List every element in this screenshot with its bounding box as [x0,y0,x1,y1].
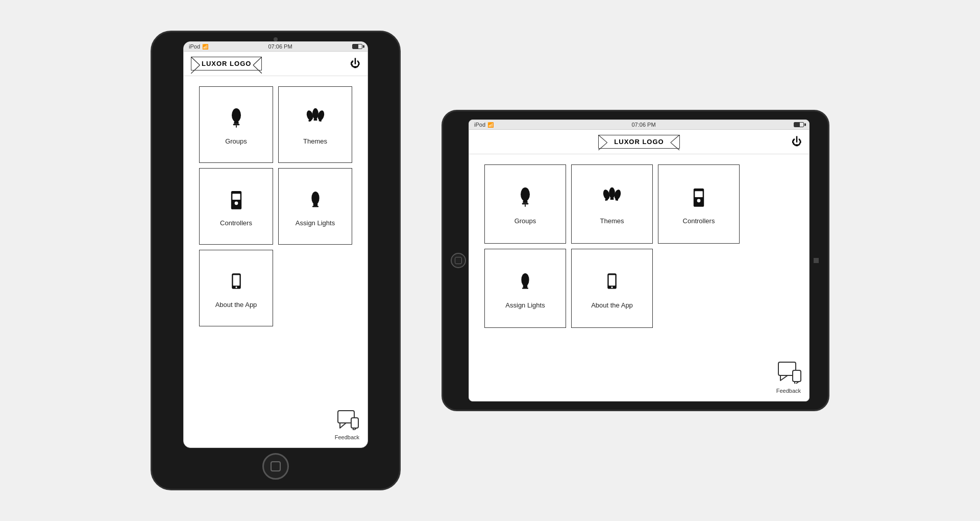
tablet-right-dot [814,258,819,263]
svg-rect-40 [610,198,614,200]
tablet-time: 07:06 PM [631,122,655,128]
phone-device-name: iPod [189,43,200,50]
t-bulb-multi-svg [601,186,623,211]
phone-groups-icon [227,105,246,133]
tablet-power-button[interactable]: ⏻ [792,136,802,148]
t-controller-svg [690,186,707,211]
phone-tile-about[interactable]: About the App [199,250,273,326]
phone-tile-themes[interactable]: Themes [278,86,352,163]
tablet-status-bar: iPod 📶 07:06 PM [469,120,809,130]
tablet-tile-about[interactable]: About the App [571,249,653,328]
phone-app-header: LUXOR LOGO ⏻ [184,52,368,76]
phone-tile-controllers[interactable]: Controllers [199,168,273,245]
svg-rect-6 [233,124,239,125]
phone-themes-icon [305,105,326,133]
phone-feedback-label: Feedback [335,434,359,440]
phone-grid-row-3: About the App [199,250,352,326]
tablet-about-icon [604,269,620,297]
tablet-tile-groups[interactable]: Groups [484,164,566,244]
svg-rect-5 [234,122,238,124]
svg-rect-34 [522,203,529,205]
tablet-logo-text: LUXOR LOGO [614,138,664,146]
phone-groups-label: Groups [225,137,247,145]
svg-line-1 [191,65,200,74]
phone-power-button[interactable]: ⏻ [350,58,360,69]
t-bulb-group-svg [516,186,534,211]
svg-rect-26 [351,418,358,428]
tablet-tile-themes[interactable]: Themes [571,164,653,244]
phone-feedback-button[interactable]: Feedback [335,410,359,440]
t-phone-icon-svg [604,271,620,295]
tablet-assign-lights-icon [517,269,534,297]
phone-controllers-label: Controllers [220,219,252,227]
svg-line-2 [253,57,262,65]
ipad-tablet-device: iPod 📶 07:06 PM LUXOR LOGO [442,110,829,411]
tablet-controllers-icon [690,185,707,213]
svg-line-30 [671,135,680,143]
svg-rect-54 [793,370,801,382]
svg-line-29 [598,143,607,150]
phone-status-bar: iPod 📶 07:06 PM [184,42,368,52]
svg-point-18 [311,191,319,204]
tablet-app-header: LUXOR LOGO ⏻ [469,130,809,154]
bulb-group-svg [227,107,246,132]
tablet-home-button-inner [455,257,462,264]
svg-rect-17 [235,202,237,204]
svg-line-3 [253,65,262,74]
tablet-tile-controllers[interactable]: Controllers [658,164,740,244]
tablet-about-label: About the App [591,301,633,309]
phone-tile-groups[interactable]: Groups [199,86,273,163]
phone-home-button[interactable] [262,453,289,480]
bulb-multi-svg [305,107,326,132]
phone-controllers-icon [228,187,245,215]
phone-home-button-inner [271,461,281,471]
svg-point-51 [611,287,612,288]
svg-point-37 [609,187,615,199]
phone-grid-row-2: Controllers Assign Lights [199,168,352,245]
tablet-grid-area: Groups Themes [469,154,809,401]
svg-marker-27 [353,428,356,430]
svg-rect-43 [695,191,702,197]
phone-assign-lights-label: Assign Lights [296,219,335,227]
svg-rect-48 [522,288,528,289]
tablet-home-button[interactable] [451,253,466,268]
svg-point-4 [232,108,241,122]
svg-rect-12 [313,119,317,120]
tablet-battery-icon [794,122,804,127]
svg-marker-55 [795,382,799,384]
svg-rect-39 [605,199,608,201]
tablet-themes-icon [601,185,623,213]
tablet-controllers-label: Controllers [683,217,715,225]
phone-logo-box: LUXOR LOGO [191,57,262,70]
tablet-wifi-icon: 📶 [487,122,494,128]
tablet-grid-row-1: Groups Themes [484,164,794,244]
controller-svg [228,189,245,214]
tablet-groups-icon [516,185,534,213]
svg-rect-47 [523,286,528,288]
phone-screen: iPod 📶 07:06 PM LUXOR LOGO [183,41,368,448]
tablet-feedback-button[interactable]: Feedback [776,361,801,394]
phone-assign-lights-icon [307,187,324,215]
bulb-single-svg [307,188,324,214]
svg-marker-25 [340,423,346,428]
phone-battery-icon [352,44,362,49]
tablet-tile-assign-lights[interactable]: Assign Lights [484,249,566,328]
svg-rect-45 [697,200,700,201]
tablet-groups-label: Groups [514,217,536,225]
svg-point-32 [521,187,530,201]
phone-grid-area: Groups Themes [184,76,368,447]
phone-time: 07:06 PM [268,43,292,50]
svg-point-23 [235,286,237,288]
svg-rect-15 [232,194,240,200]
phone-logo-text: LUXOR LOGO [202,60,251,67]
svg-line-0 [191,57,200,65]
tablet-feedback-icon [777,361,802,384]
tablet-screen: iPod 📶 07:06 PM LUXOR LOGO [469,120,810,401]
phone-wifi-icon: 📶 [202,44,208,50]
phone-about-label: About the App [215,301,257,309]
svg-line-28 [598,135,607,143]
svg-rect-11 [308,119,311,122]
phone-tile-assign-lights[interactable]: Assign Lights [278,168,352,245]
svg-line-31 [671,143,680,150]
t-bulb-single-svg [517,270,534,296]
